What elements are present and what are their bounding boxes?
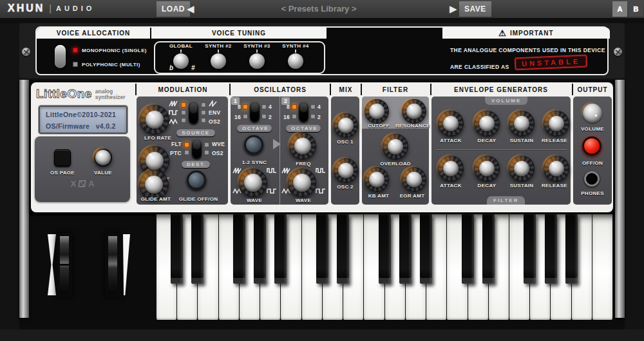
prev-preset-icon[interactable]: ◀ (187, 2, 194, 16)
osc2-wave-knob[interactable] (288, 169, 316, 197)
synth3-tune-knob[interactable] (249, 53, 265, 69)
pitch-bend-wheel[interactable] (57, 233, 72, 297)
power-onoff-button[interactable] (582, 136, 601, 156)
tuning-knob-synth3[interactable]: SYNTH #3 (238, 43, 276, 69)
vol-sustain-knob[interactable] (509, 111, 535, 136)
output-volume-knob[interactable] (583, 104, 602, 123)
black-key[interactable] (274, 214, 287, 284)
next-preset-icon[interactable]: ▶ (450, 2, 457, 16)
black-key[interactable] (337, 214, 349, 284)
mod-dest-selector[interactable]: FLT PTC WVE OS2 (170, 139, 225, 158)
dest-os2-label: OS2 (212, 150, 223, 156)
egr-amt-knob[interactable] (402, 167, 426, 192)
black-key[interactable] (565, 214, 578, 284)
flat-symbol: b (169, 64, 173, 71)
synth2-tune-knob[interactable] (211, 53, 226, 69)
volume-env-tab: VOLUME (485, 97, 527, 105)
mix-osc1-knob[interactable] (334, 113, 358, 138)
black-key[interactable] (379, 214, 391, 284)
black-key[interactable] (524, 214, 536, 284)
octave-led-16 (243, 114, 248, 119)
glide-amt-knob[interactable] (139, 170, 169, 199)
slot-b-button[interactable]: B (629, 1, 643, 17)
vol-release-knob[interactable] (544, 111, 569, 136)
osc1-octave-selector[interactable]: 8 16 4 2 (234, 102, 272, 122)
mix-osc2-knob[interactable] (334, 158, 358, 183)
flt-release-knob[interactable] (544, 156, 569, 181)
octave-led-8 (243, 104, 248, 109)
slot-a-button[interactable]: A (612, 1, 627, 17)
osc-divider (279, 97, 280, 205)
kb-amt-knob[interactable] (365, 167, 389, 192)
osc1-octave-pill: OCTAVE (237, 125, 272, 132)
black-key[interactable] (545, 214, 557, 284)
flt-attack-label: ATTACK (433, 183, 468, 189)
lcd-line2: OS/Firmware v4.0.2 (46, 120, 126, 132)
mix-section: OSC 1 OSC 2 (331, 97, 359, 205)
flt-release-label: RELEASE (537, 183, 572, 189)
overload-knob[interactable] (383, 134, 408, 160)
black-key[interactable] (233, 214, 245, 284)
resonance-knob[interactable] (402, 99, 426, 124)
os-page-label: OS PAGE (41, 170, 84, 176)
os-page-button[interactable] (54, 149, 71, 166)
flt-decay-knob[interactable] (474, 156, 500, 181)
osc-sync-button[interactable] (244, 135, 263, 154)
mod-wheel[interactable] (105, 233, 120, 297)
black-key[interactable] (254, 214, 266, 284)
lcd-line1: LittleOne©2010-2021 (46, 109, 126, 120)
lfo-rate-knob[interactable] (140, 105, 169, 134)
dest-led-flt (184, 142, 189, 147)
black-key[interactable] (399, 214, 412, 284)
osc2-octave-rocker[interactable] (299, 102, 308, 122)
black-key[interactable] (171, 214, 183, 284)
osc2-octave-selector[interactable]: 8 16 4 2 (283, 102, 321, 122)
dest-led-wve (204, 142, 209, 147)
black-key[interactable] (316, 214, 328, 284)
important-title-text: IMPORTANT (510, 30, 554, 37)
osc1-wave-knob[interactable] (239, 169, 267, 197)
square-wave-icon (267, 188, 277, 194)
oscillators-section: 1 8 16 4 2 OCTA (231, 97, 328, 205)
important-title: ⚠ IMPORTANT (442, 28, 610, 39)
black-key[interactable] (420, 214, 432, 284)
synth4-tune-knob[interactable] (288, 53, 303, 69)
global-tune-knob[interactable] (173, 53, 189, 69)
resonance-label: RESONANCE (395, 123, 429, 129)
value-knob[interactable] (94, 149, 112, 167)
topbar-lower-trim (0, 18, 644, 23)
black-key[interactable] (191, 214, 204, 284)
flt-sustain-knob[interactable] (509, 156, 535, 181)
voice-allocation-title: VOICE ALLOCATION (37, 28, 150, 39)
tuning-knob-synth4[interactable]: SYNTH #4 (277, 43, 314, 69)
osc2-freq-knob[interactable] (289, 133, 316, 160)
vol-attack-knob[interactable] (438, 111, 464, 136)
black-key[interactable] (482, 214, 495, 284)
flt-attack-knob[interactable] (438, 156, 464, 181)
brand-audio: AUDIO (56, 5, 95, 12)
source-rocker-switch[interactable] (189, 102, 198, 124)
voice-module-box: VOICE ALLOCATION VOICE TUNING ⚠ IMPORTAN… (35, 26, 609, 75)
knob-tick (295, 50, 296, 53)
header-divider (361, 84, 362, 95)
phones-jack[interactable] (584, 171, 600, 187)
vol-release-label: RELEASE (537, 138, 572, 143)
white-key-21[interactable] (592, 214, 613, 320)
glide-onoff-button[interactable] (187, 170, 206, 190)
lfo-source-selector[interactable]: ENV OS2 (169, 100, 220, 125)
save-button[interactable]: SAVE (459, 1, 491, 17)
load-button[interactable]: LOAD (156, 1, 190, 17)
cutoff-knob[interactable] (365, 99, 389, 124)
vol-decay-knob[interactable] (474, 111, 500, 136)
black-key[interactable] (462, 214, 474, 284)
osc1-octave-rocker[interactable] (250, 102, 260, 122)
synth-unit: LittleOne analog synthesizer LittleOne©2… (19, 80, 625, 333)
mod-wheel-indicator (123, 234, 130, 295)
octave-led-4 (310, 104, 316, 109)
voice-allocation-toggle[interactable] (55, 45, 66, 68)
tuning-knob-synth2[interactable]: SYNTH #2 (200, 43, 237, 69)
voice-tuning-title: VOICE TUNING (151, 28, 327, 39)
preset-name-display[interactable]: < Presets Library > (251, 4, 386, 14)
dest-rocker-switch[interactable] (192, 139, 202, 158)
dest-flt-label: FLT (171, 141, 182, 147)
